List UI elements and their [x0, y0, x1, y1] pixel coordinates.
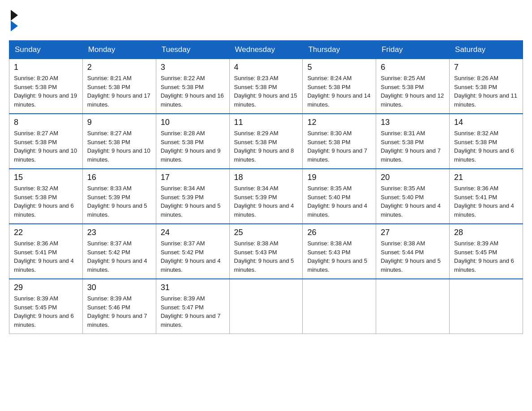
day-number: 3: [161, 63, 225, 72]
calendar-cell: 12 Sunrise: 8:30 AM Sunset: 5:38 PM Dayl…: [303, 114, 376, 169]
day-info: Sunrise: 8:27 AM Sunset: 5:38 PM Dayligh…: [14, 129, 78, 164]
calendar-week-row: 1 Sunrise: 8:20 AM Sunset: 5:38 PM Dayli…: [9, 59, 523, 114]
calendar-week-row: 22 Sunrise: 8:36 AM Sunset: 5:41 PM Dayl…: [9, 224, 523, 279]
day-number: 18: [234, 173, 298, 182]
day-number: 2: [87, 63, 151, 72]
day-info: Sunrise: 8:30 AM Sunset: 5:38 PM Dayligh…: [307, 129, 371, 164]
day-number: 12: [307, 118, 371, 127]
day-number: 27: [381, 228, 445, 237]
day-number: 6: [381, 63, 445, 72]
day-number: 8: [14, 118, 78, 127]
day-number: 19: [307, 173, 371, 182]
day-number: 31: [161, 283, 225, 292]
day-number: 20: [381, 173, 445, 182]
page-header: [9, 9, 523, 31]
day-info: Sunrise: 8:24 AM Sunset: 5:38 PM Dayligh…: [307, 74, 371, 109]
day-info: Sunrise: 8:21 AM Sunset: 5:38 PM Dayligh…: [87, 74, 151, 109]
logo-blue-text: [9, 21, 18, 31]
calendar-cell: 8 Sunrise: 8:27 AM Sunset: 5:38 PM Dayli…: [9, 114, 83, 169]
calendar-cell: 10 Sunrise: 8:28 AM Sunset: 5:38 PM Dayl…: [156, 114, 229, 169]
calendar-cell: 21 Sunrise: 8:36 AM Sunset: 5:41 PM Dayl…: [450, 169, 523, 224]
day-info: Sunrise: 8:36 AM Sunset: 5:41 PM Dayligh…: [14, 239, 78, 274]
day-info: Sunrise: 8:28 AM Sunset: 5:38 PM Dayligh…: [161, 129, 225, 164]
calendar-cell: 14 Sunrise: 8:32 AM Sunset: 5:38 PM Dayl…: [450, 114, 523, 169]
day-info: Sunrise: 8:37 AM Sunset: 5:42 PM Dayligh…: [161, 239, 225, 274]
day-info: Sunrise: 8:20 AM Sunset: 5:38 PM Dayligh…: [14, 74, 78, 109]
calendar-cell: 9 Sunrise: 8:27 AM Sunset: 5:38 PM Dayli…: [82, 114, 156, 169]
day-header-saturday: Saturday: [450, 41, 523, 59]
day-info: Sunrise: 8:35 AM Sunset: 5:40 PM Dayligh…: [307, 184, 371, 219]
day-info: Sunrise: 8:39 AM Sunset: 5:47 PM Dayligh…: [161, 294, 225, 329]
day-info: Sunrise: 8:35 AM Sunset: 5:40 PM Dayligh…: [381, 184, 445, 219]
calendar-week-row: 8 Sunrise: 8:27 AM Sunset: 5:38 PM Dayli…: [9, 114, 523, 169]
day-number: 13: [381, 118, 445, 127]
day-number: 24: [161, 228, 225, 237]
day-info: Sunrise: 8:38 AM Sunset: 5:44 PM Dayligh…: [381, 239, 445, 274]
day-number: 9: [87, 118, 151, 127]
calendar-cell: [450, 279, 523, 334]
calendar-cell: 28 Sunrise: 8:39 AM Sunset: 5:45 PM Dayl…: [450, 224, 523, 279]
logo: [9, 9, 18, 31]
day-header-tuesday: Tuesday: [156, 41, 229, 59]
day-number: 5: [307, 63, 371, 72]
day-info: Sunrise: 8:36 AM Sunset: 5:41 PM Dayligh…: [454, 184, 518, 219]
day-info: Sunrise: 8:27 AM Sunset: 5:38 PM Dayligh…: [87, 129, 151, 164]
day-info: Sunrise: 8:39 AM Sunset: 5:45 PM Dayligh…: [454, 239, 518, 274]
calendar-cell: 20 Sunrise: 8:35 AM Sunset: 5:40 PM Dayl…: [376, 169, 450, 224]
calendar-cell: 7 Sunrise: 8:26 AM Sunset: 5:38 PM Dayli…: [450, 59, 523, 114]
day-header-sunday: Sunday: [9, 41, 83, 59]
day-info: Sunrise: 8:23 AM Sunset: 5:38 PM Dayligh…: [234, 74, 298, 109]
calendar-header-row: SundayMondayTuesdayWednesdayThursdayFrid…: [9, 41, 523, 59]
day-number: 15: [14, 173, 78, 182]
calendar-cell: 30 Sunrise: 8:39 AM Sunset: 5:46 PM Dayl…: [82, 279, 156, 334]
day-number: 1: [14, 63, 78, 72]
day-number: 14: [454, 118, 518, 127]
day-info: Sunrise: 8:34 AM Sunset: 5:39 PM Dayligh…: [161, 184, 225, 219]
day-number: 26: [307, 228, 371, 237]
calendar-cell: 5 Sunrise: 8:24 AM Sunset: 5:38 PM Dayli…: [303, 59, 376, 114]
day-info: Sunrise: 8:32 AM Sunset: 5:38 PM Dayligh…: [14, 184, 78, 219]
day-header-thursday: Thursday: [303, 41, 376, 59]
calendar-cell: 18 Sunrise: 8:34 AM Sunset: 5:39 PM Dayl…: [229, 169, 303, 224]
calendar-cell: 1 Sunrise: 8:20 AM Sunset: 5:38 PM Dayli…: [9, 59, 83, 114]
calendar-cell: [303, 279, 376, 334]
day-info: Sunrise: 8:34 AM Sunset: 5:39 PM Dayligh…: [234, 184, 298, 219]
day-number: 17: [161, 173, 225, 182]
calendar-week-row: 15 Sunrise: 8:32 AM Sunset: 5:38 PM Dayl…: [9, 169, 523, 224]
day-header-wednesday: Wednesday: [229, 41, 303, 59]
day-info: Sunrise: 8:38 AM Sunset: 5:43 PM Dayligh…: [234, 239, 298, 274]
day-info: Sunrise: 8:39 AM Sunset: 5:45 PM Dayligh…: [14, 294, 78, 329]
day-info: Sunrise: 8:22 AM Sunset: 5:38 PM Dayligh…: [161, 74, 225, 109]
day-info: Sunrise: 8:33 AM Sunset: 5:39 PM Dayligh…: [87, 184, 151, 219]
day-info: Sunrise: 8:32 AM Sunset: 5:38 PM Dayligh…: [454, 129, 518, 164]
day-info: Sunrise: 8:39 AM Sunset: 5:46 PM Dayligh…: [87, 294, 151, 329]
day-number: 16: [87, 173, 151, 182]
calendar-cell: 31 Sunrise: 8:39 AM Sunset: 5:47 PM Dayl…: [156, 279, 229, 334]
day-number: 10: [161, 118, 225, 127]
calendar-cell: 3 Sunrise: 8:22 AM Sunset: 5:38 PM Dayli…: [156, 59, 229, 114]
day-number: 23: [87, 228, 151, 237]
calendar-cell: 17 Sunrise: 8:34 AM Sunset: 5:39 PM Dayl…: [156, 169, 229, 224]
day-number: 21: [454, 173, 518, 182]
calendar-cell: 22 Sunrise: 8:36 AM Sunset: 5:41 PM Dayl…: [9, 224, 83, 279]
day-number: 29: [14, 283, 78, 292]
calendar-cell: 23 Sunrise: 8:37 AM Sunset: 5:42 PM Dayl…: [82, 224, 156, 279]
day-info: Sunrise: 8:31 AM Sunset: 5:38 PM Dayligh…: [381, 129, 445, 164]
calendar-cell: 13 Sunrise: 8:31 AM Sunset: 5:38 PM Dayl…: [376, 114, 450, 169]
calendar-cell: 4 Sunrise: 8:23 AM Sunset: 5:38 PM Dayli…: [229, 59, 303, 114]
day-number: 11: [234, 118, 298, 127]
day-number: 25: [234, 228, 298, 237]
day-number: 4: [234, 63, 298, 72]
calendar-cell: 19 Sunrise: 8:35 AM Sunset: 5:40 PM Dayl…: [303, 169, 376, 224]
calendar-cell: 27 Sunrise: 8:38 AM Sunset: 5:44 PM Dayl…: [376, 224, 450, 279]
calendar-cell: 29 Sunrise: 8:39 AM Sunset: 5:45 PM Dayl…: [9, 279, 83, 334]
calendar-cell: 24 Sunrise: 8:37 AM Sunset: 5:42 PM Dayl…: [156, 224, 229, 279]
calendar-cell: 26 Sunrise: 8:38 AM Sunset: 5:43 PM Dayl…: [303, 224, 376, 279]
day-number: 7: [454, 63, 518, 72]
day-info: Sunrise: 8:38 AM Sunset: 5:43 PM Dayligh…: [307, 239, 371, 274]
day-number: 28: [454, 228, 518, 237]
calendar-cell: [229, 279, 303, 334]
calendar-week-row: 29 Sunrise: 8:39 AM Sunset: 5:45 PM Dayl…: [9, 279, 523, 334]
calendar-cell: 11 Sunrise: 8:29 AM Sunset: 5:38 PM Dayl…: [229, 114, 303, 169]
day-info: Sunrise: 8:29 AM Sunset: 5:38 PM Dayligh…: [234, 129, 298, 164]
